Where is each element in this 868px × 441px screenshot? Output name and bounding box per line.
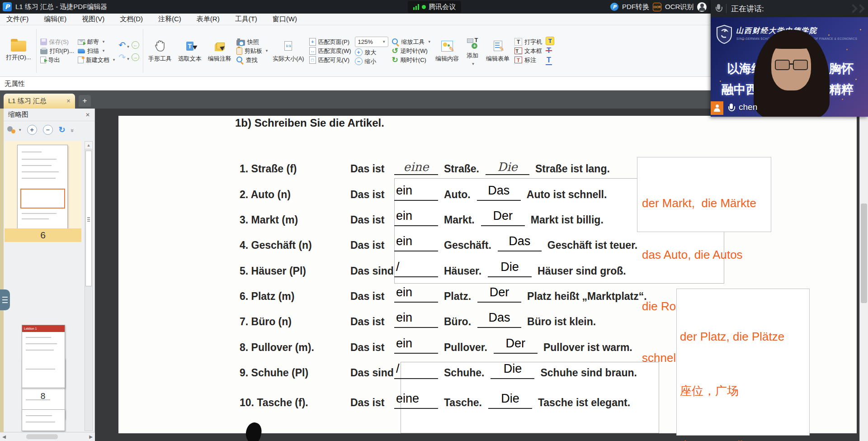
typed-answer[interactable]: Der: [506, 337, 526, 353]
scan-button[interactable]: 扫描: [78, 47, 115, 55]
scroll-left-arrow-icon[interactable]: ◀: [0, 434, 8, 439]
thumbnail-highlight-rect: [20, 189, 65, 209]
thumbnail-zoom-out-button[interactable]: −: [43, 125, 53, 135]
vocab-note-top[interactable]: der Markt, die Märkte das Auto, die Auto…: [637, 157, 771, 232]
sidebar-horizontal-scrollbar[interactable]: ◀ ▶: [0, 432, 95, 441]
rotate-page-icon[interactable]: ↻: [59, 125, 66, 135]
menu-comment[interactable]: 注释(C): [158, 15, 181, 24]
print-button[interactable]: 打印(P)...: [40, 47, 74, 55]
menu-view[interactable]: 视图(V): [82, 15, 104, 24]
typewriter-button[interactable]: T打字机: [514, 38, 542, 46]
fit-page-button[interactable]: +匹配页面(P): [309, 38, 351, 46]
thumbnail-options-button[interactable]: [7, 126, 21, 134]
panel-toggle-button[interactable]: [0, 289, 10, 310]
page-number-8[interactable]: 8: [5, 391, 81, 401]
vocab-note-bottom[interactable]: der Platz, die Plätze 座位，广场 das Büro, di…: [676, 289, 810, 436]
thumbnail-zoom-in-button[interactable]: +: [27, 125, 37, 135]
pdf-convert-button[interactable]: PDF转换: [622, 3, 649, 11]
select-text-button[interactable]: T 选取文本: [175, 26, 205, 76]
tab-l1-exercises[interactable]: L1 练习 汇总 ✕: [4, 94, 75, 109]
thumbnail-page-6[interactable]: [5, 141, 81, 242]
meeting-overlay-window[interactable]: 正在讲话: 山西财经大学中德学院 SINO-GERMAN SCHOOL OF S…: [711, 0, 868, 117]
sidebar-hscroll-thumb[interactable]: [26, 434, 58, 439]
typed-answer[interactable]: ein: [394, 311, 412, 327]
app-window: P L1 练习 汇总 - 迅捷PDF编辑器 腾讯会议 P PDF转换 OCR O…: [0, 0, 868, 441]
zoom-tool-button[interactable]: 缩放工具: [392, 38, 431, 46]
highlight-text-button[interactable]: T: [546, 37, 554, 45]
document-vertical-scrollbar[interactable]: [859, 109, 868, 441]
snapshot-button[interactable]: 快照: [236, 38, 268, 46]
menu-file[interactable]: 文件(F): [6, 15, 28, 24]
exercise-row-10: 10. Tasche (f). Das ist eine Tasche. Die…: [240, 394, 630, 409]
menu-window[interactable]: 窗口(W): [273, 15, 297, 24]
typed-answer[interactable]: Das: [489, 311, 510, 327]
rotate-cw-button[interactable]: ↻顺时针(C): [392, 56, 431, 64]
thumbnail-page-8[interactable]: Lektion 1: [22, 325, 65, 388]
new-tab-button[interactable]: +: [79, 95, 91, 107]
sidebar-vertical-scrollbar[interactable]: ▲: [85, 141, 93, 431]
actual-size-button[interactable]: 1:1 实际大小(A): [269, 26, 307, 76]
typed-answer[interactable]: Der: [490, 285, 509, 302]
typed-answer[interactable]: ein: [394, 209, 412, 225]
new-document-button[interactable]: 新建文档: [78, 56, 115, 64]
typed-answer[interactable]: ein: [394, 234, 412, 251]
typed-answer[interactable]: Das: [488, 184, 509, 200]
typed-answer[interactable]: /: [394, 362, 400, 378]
clipboard-button[interactable]: 剪贴板: [236, 47, 268, 55]
zoom-level-select[interactable]: 125%▾: [355, 37, 388, 47]
menu-document[interactable]: 文档(D): [120, 15, 143, 24]
collapse-chevron-icon[interactable]: »: [69, 128, 76, 131]
fit-width-button[interactable]: ↔匹配宽度(W): [309, 47, 351, 55]
underline-text-button[interactable]: T: [546, 56, 554, 65]
meeting-logo-chevrons-icon: [850, 5, 863, 12]
sidebar-scroll-thumb[interactable]: [85, 151, 92, 286]
thumbnail-page-9-partial[interactable]: [22, 409, 65, 431]
scroll-up-arrow-icon[interactable]: ▲: [85, 142, 92, 149]
typed-answer[interactable]: Das: [509, 234, 530, 251]
rotate-ccw-button[interactable]: ↺逆时针(W): [392, 47, 431, 55]
tab-close-icon[interactable]: ✕: [66, 98, 71, 104]
mail-button[interactable]: 邮寄: [78, 38, 115, 46]
add-icon: [467, 38, 478, 48]
redo-button[interactable]: ↷: [118, 53, 129, 62]
menu-edit[interactable]: 编辑(E): [44, 15, 66, 24]
typed-answer[interactable]: Die: [501, 392, 519, 408]
edit-content-button[interactable]: 编辑内容: [432, 26, 462, 76]
typed-answer[interactable]: ein: [394, 337, 412, 353]
account-icon[interactable]: [697, 2, 707, 12]
back-button[interactable]: ←: [132, 41, 139, 49]
tencent-meeting-pill[interactable]: 腾讯会议: [408, 1, 461, 13]
document-canvas[interactable]: 1b) Schreiben Sie die Artikel. 1. Straße…: [95, 109, 868, 441]
document-scroll-thumb[interactable]: [861, 204, 867, 303]
open-button[interactable]: 打开(O)...: [3, 26, 34, 76]
edit-form-button[interactable]: 编辑表单: [483, 26, 513, 76]
forward-button[interactable]: →: [132, 53, 139, 61]
zoom-out-button[interactable]: −缩小: [355, 57, 388, 65]
menu-form[interactable]: 表单(R): [197, 15, 220, 24]
ocr-button[interactable]: OCR识别: [665, 3, 693, 11]
typed-answer[interactable]: ein: [394, 285, 412, 302]
strikethrough-text-button[interactable]: T: [546, 47, 554, 55]
add-button[interactable]: 添加: [462, 26, 483, 76]
typed-answer[interactable]: Die: [504, 362, 522, 378]
typed-answer[interactable]: Die: [500, 260, 519, 276]
typed-answer[interactable]: ein: [394, 184, 412, 200]
callout-button[interactable]: T标注: [514, 56, 542, 64]
scroll-right-arrow-icon[interactable]: ▶: [87, 434, 95, 439]
textbox-button[interactable]: T_文本框: [514, 47, 542, 55]
hand-tool-button[interactable]: 手形工具: [145, 26, 175, 76]
typed-answer[interactable]: eine: [394, 392, 419, 408]
save-button[interactable]: 保存(S): [40, 38, 74, 46]
undo-button[interactable]: ↶: [118, 41, 129, 49]
find-button[interactable]: 查找: [236, 56, 268, 64]
sidebar-close-icon[interactable]: ✕: [85, 112, 90, 118]
page-number-6[interactable]: 6: [5, 228, 81, 242]
export-button[interactable]: 导出: [40, 56, 74, 64]
edit-annotation-button[interactable]: 编辑注释: [205, 26, 235, 76]
zoom-in-button[interactable]: +放大: [355, 48, 388, 56]
typed-answer[interactable]: /: [394, 260, 400, 276]
menu-tools[interactable]: 工具(T): [235, 15, 257, 24]
edit-form-icon: [494, 41, 502, 51]
typed-answer[interactable]: Der: [493, 209, 513, 225]
fit-visible-button[interactable]: □匹配可见(V): [309, 56, 351, 64]
